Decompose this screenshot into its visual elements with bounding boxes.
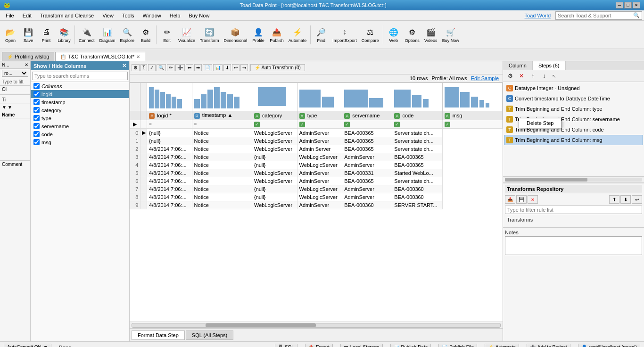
tr-btn5[interactable]: ⬇ (620, 195, 631, 204)
left-panel-item-name[interactable]: Name (0, 111, 30, 119)
rp-btn-down[interactable]: ↓ (539, 71, 549, 81)
th-servername[interactable]: A servername (342, 111, 392, 120)
toolbar-build[interactable]: ⚙ Build (137, 25, 154, 44)
toolbar-compare[interactable]: ⚖ Compare (360, 25, 381, 44)
left-panel-close[interactable]: ✕ (25, 62, 28, 67)
th-type[interactable]: A type (297, 111, 342, 120)
maximize-button[interactable]: □ (624, 2, 632, 8)
steps-scroll[interactable] (503, 176, 644, 183)
autocommit-btn[interactable]: AutoCommit ON ▼ (4, 344, 51, 347)
tr-btn1[interactable]: 📥 (505, 195, 515, 204)
rp-btn-up[interactable]: ↑ (528, 71, 538, 81)
transforms-filter-input[interactable] (505, 206, 642, 214)
menu-view[interactable]: View (99, 12, 117, 19)
logid-checkbox[interactable] (33, 91, 40, 97)
rp-btn-add[interactable]: ⚙ (505, 71, 515, 81)
column-item-code[interactable]: code (31, 130, 129, 138)
table-row[interactable]: 1{null}NoticeWebLogicServerAdminServerBE… (130, 137, 503, 145)
th-category[interactable]: A category (252, 111, 297, 120)
menu-tools[interactable]: Tools (118, 12, 138, 19)
publish-data-status-btn[interactable]: 📊 Publish Data (390, 344, 431, 347)
toolbar-publish[interactable]: 📤 Publish (268, 25, 286, 44)
timestamp-checkbox[interactable] (33, 99, 40, 105)
dt-btn9[interactable]: 📄 (203, 64, 212, 71)
table-row[interactable]: 74/8/2014 7:06:...Notice{null}WebLogicSe… (130, 185, 503, 193)
th-logid[interactable]: # logid * (147, 111, 192, 120)
edit-sample-link[interactable]: Edit Sample (471, 75, 499, 81)
tab-sql-all-steps[interactable]: SQL (All Steps) (186, 330, 233, 340)
toolbar-videos[interactable]: 🎬 Videos (422, 25, 439, 44)
table-row[interactable]: 64/8/2014 7:06:...NoticeWebLogicServerAd… (130, 177, 503, 185)
columns-all-checkbox[interactable] (33, 83, 40, 89)
menu-buynow[interactable]: Buy Now (185, 12, 213, 19)
tr-btn4[interactable]: ⬆ (609, 195, 619, 204)
column-item-columns-header[interactable]: Columns (31, 82, 129, 90)
toolbar-profile[interactable]: 👤 Profile (250, 25, 267, 44)
toolbar-dimensional[interactable]: 📦 Dimensional (222, 25, 249, 44)
th-timestamp[interactable]: D timestamp ▲ (192, 111, 252, 120)
left-panel-dropdown[interactable]: ro... (2, 70, 28, 77)
publish-file-status-btn[interactable]: 📄 Publish File (438, 344, 477, 347)
minimize-button[interactable]: ─ (616, 2, 623, 8)
tr-btn2[interactable]: 💾 (516, 195, 527, 204)
tab-transform[interactable]: 📋 T&C TransformWLSLOG.tct* ✕ (55, 52, 145, 61)
table-row[interactable]: 34/8/2014 7:06:...Notice{null}WebLogicSe… (130, 153, 503, 161)
column-item-logid[interactable]: logid (31, 90, 129, 98)
toolbar-open[interactable]: 📂 Open (2, 25, 19, 44)
dt-btn10[interactable]: 📊 (213, 64, 223, 71)
dt-btn1[interactable]: ⚙ (132, 64, 140, 71)
step-item-2[interactable]: C Convert timestamp to Datatype DateTime (504, 93, 643, 104)
dt-btn3[interactable]: ✓ (148, 64, 156, 71)
table-row[interactable]: 54/8/2014 7:06:...NoticeWebLogicServerAd… (130, 169, 503, 177)
right-tab-column[interactable]: Column (503, 61, 533, 70)
toolbar-find[interactable]: 🔎 Find (313, 25, 330, 44)
horizontal-scrollbar[interactable] (130, 322, 503, 328)
menu-help[interactable]: Help (166, 12, 184, 19)
toolbar-automate[interactable]: ⚡ Automate (287, 25, 309, 44)
dt-btn11[interactable]: ⬇ (223, 64, 231, 71)
dt-btn13[interactable]: ↪ (240, 64, 248, 71)
step-item-6[interactable]: T Trim Beginning and End Column: msg (504, 135, 643, 145)
menu-transform[interactable]: Transform and Cleanse (36, 12, 98, 19)
user-status-btn[interactable]: 👤 root@localhost (mysql) (578, 344, 640, 347)
data-grid-container[interactable]: # logid * D timestamp ▲ A category A (130, 83, 503, 322)
dt-btn8[interactable]: ➡ (194, 64, 202, 71)
columns-close[interactable]: ✕ (122, 63, 126, 69)
toad-world-link[interactable]: Toad World (525, 13, 551, 18)
column-item-type[interactable]: type (31, 114, 129, 122)
toolbar-buynow[interactable]: 🛒 Buy Now (440, 25, 461, 44)
step-item-3[interactable]: T Trim Beginning and End Column: type (504, 104, 643, 114)
dt-btn7[interactable]: ⬅ (186, 64, 193, 71)
right-tab-steps[interactable]: Steps (6) (533, 61, 566, 70)
toolbar-diagram[interactable]: 📊 Diagram (98, 25, 117, 44)
toolbar-visualize[interactable]: 📈 Visualize (176, 25, 197, 44)
menu-file[interactable]: File (2, 12, 18, 19)
filter-servername[interactable]: ✓ (342, 120, 392, 129)
columns-search-input[interactable] (32, 72, 128, 80)
filter-category[interactable]: ✓ (252, 120, 297, 129)
tr-btn3[interactable]: ✕ (528, 195, 538, 204)
toolbar-web[interactable]: 🌐 Web (385, 25, 402, 44)
filter-code[interactable]: ✓ (392, 120, 442, 129)
type-checkbox[interactable] (33, 115, 40, 121)
category-checkbox[interactable] (33, 107, 40, 113)
filter-type[interactable]: ✓ (297, 120, 342, 129)
rp-btn-delete[interactable]: ✕ (516, 71, 527, 81)
th-code[interactable]: A code (392, 111, 442, 120)
table-row[interactable]: 94/8/2014 7:06:...NoticeWebLogicServerAd… (130, 201, 503, 209)
search-input[interactable] (556, 13, 631, 18)
column-item-msg[interactable]: msg (31, 138, 129, 146)
tab-transform-close[interactable]: ✕ (136, 54, 140, 59)
notes-textarea[interactable] (505, 236, 642, 255)
local-storage-status-btn[interactable]: 🗃 Local Storage (340, 344, 383, 347)
table-row[interactable]: 24/8/2014 7:06:...NoticeWebLogicServerAd… (130, 145, 503, 153)
left-panel-scroll[interactable] (0, 119, 30, 160)
add-to-project-status-btn[interactable]: ➕ Add to Project (527, 344, 570, 347)
code-checkbox[interactable] (33, 131, 40, 137)
export-status-btn[interactable]: 📤 Export (305, 344, 333, 347)
table-row[interactable]: 44/8/2014 7:06:...Notice{null}WebLogicSe… (130, 161, 503, 169)
tab-format-data-step[interactable]: Format Data Step (132, 330, 185, 340)
dt-btn12[interactable]: ↩ (232, 64, 239, 71)
toolbar-transform[interactable]: 🔄 Transform (198, 25, 221, 44)
auto-transform-btn[interactable]: ⚡ Auto Transform (0) (250, 64, 305, 71)
